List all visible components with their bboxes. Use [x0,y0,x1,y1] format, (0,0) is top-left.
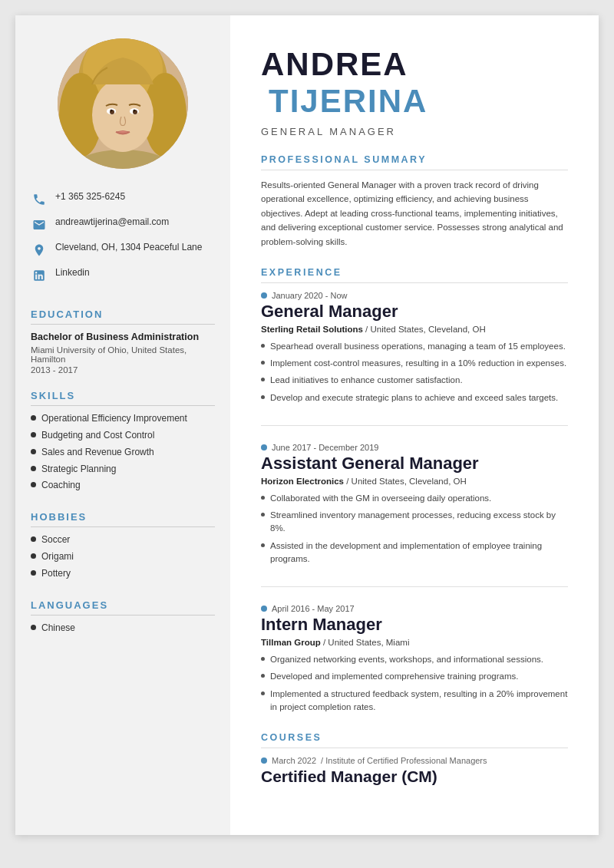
hobby-item: Pottery [31,567,215,580]
hobby-item: Origami [31,550,215,563]
language-item: Chinese [31,622,215,635]
bullet-dot [261,344,265,348]
svg-point-15 [134,110,136,112]
email-icon [31,216,48,233]
bullet-dot [31,625,36,630]
skill-item: Budgeting and Cost Control [31,429,215,442]
skill-item: Strategic Planning [31,463,215,476]
address-contact: Cleveland, OH, 1304 Peaceful Lane [31,241,215,259]
exp-dot [261,606,267,612]
svg-point-14 [111,110,113,112]
hobbies-section: HOBBIES SoccerOrigamiPottery [31,511,215,583]
bullet-dot [31,553,36,559]
course-item: March 2022 / Institute of Certified Prof… [261,756,568,786]
course-title: Certified Manager (CM) [261,767,568,786]
exp-company-line: Horizon Electronics / United States, Cle… [261,477,568,486]
hobbies-title: HOBBIES [31,511,215,527]
phone-icon [31,191,48,208]
exp-role: Assistant General Manager [261,454,568,474]
svg-point-9 [92,78,154,152]
bullet-dot [31,482,36,487]
experience-item: April 2016 - May 2017 Intern Manager Til… [261,604,568,714]
avatar [58,38,188,169]
course-dot [261,757,267,764]
languages-list: Chinese [31,622,215,635]
bullet-dot [31,536,36,542]
exp-dot [261,444,267,451]
bullet-dot [31,415,36,421]
summary-title: PROFESSIONAL SUMMARY [261,154,568,170]
exp-bullets: Spearhead overall business operations, m… [261,340,568,404]
experience-item: June 2017 - December 2019 Assistant Gene… [261,443,568,587]
exp-bullet: Spearhead overall business operations, m… [261,340,568,353]
education-title: EDUCATION [31,309,215,325]
hobbies-list: SoccerOrigamiPottery [31,533,215,579]
education-section: EDUCATION Bachelor of Business Administr… [31,309,215,375]
exp-bullet: Developed and implemented comprehensive … [261,670,568,683]
experience-list: January 2020 - Now General Manager Sterl… [261,291,568,714]
linkedin-icon [31,267,48,284]
linkedin-text: Linkedin [55,266,90,279]
exp-date: April 2016 - May 2017 [261,604,568,613]
exp-bullet: Implement cost-control measures, resulti… [261,357,568,370]
hobby-item: Soccer [31,533,215,546]
courses-list: March 2022 / Institute of Certified Prof… [261,756,568,786]
exp-bullet: Streamlined inventory management process… [261,509,568,536]
languages-title: LANGUAGES [31,599,215,616]
bullet-dot [261,543,265,547]
skills-title: SKILLS [31,390,215,406]
exp-company-line: Tillman Group / United States, Miami [261,638,568,647]
phone-text: +1 365 325-6245 [55,190,125,203]
summary-section: PROFESSIONAL SUMMARY Results-oriented Ge… [261,154,568,249]
exp-company-name: Sterling Retail Solutions [261,325,363,334]
first-name: ANDREA [261,46,408,82]
courses-section: COURSES March 2022 / Institute of Certif… [261,732,568,786]
edu-degree: Bachelor of Business Administration [31,331,215,343]
bullet-dot [261,691,265,695]
exp-company-line: Sterling Retail Solutions / United State… [261,325,568,334]
sidebar: +1 365 325-6245 andreawtijerina@email.co… [15,15,230,835]
bullet-dot [31,449,36,454]
exp-company-name: Horizon Electronics [261,477,344,486]
exp-role: General Manager [261,302,568,322]
last-name: TIJERINA [269,83,427,119]
bullet-dot [31,432,36,437]
experience-item: January 2020 - Now General Manager Sterl… [261,291,568,426]
location-icon [31,242,48,259]
resume-container: +1 365 325-6245 andreawtijerina@email.co… [15,15,599,835]
exp-bullet: Organized networking events, workshops, … [261,653,568,666]
address-text: Cleveland, OH, 1304 Peaceful Lane [55,241,202,254]
exp-bullet: Lead initiatives to enhance customer sat… [261,374,568,387]
bullet-dot [261,513,265,517]
exp-bullet: Collaborated with the GM in overseeing d… [261,492,568,505]
bullet-dot [261,361,265,365]
job-title: GENERAL MANAGER [261,126,568,137]
exp-bullets: Collaborated with the GM in overseeing d… [261,492,568,566]
bullet-dot [261,496,265,500]
languages-section: LANGUAGES Chinese [31,599,215,639]
skills-list: Operational Efficiency ImprovementBudget… [31,412,215,492]
edu-school: Miami University of Ohio, United States,… [31,345,215,364]
exp-bullet: Develop and execute strategic plans to a… [261,391,568,404]
exp-bullets: Organized networking events, workshops, … [261,653,568,714]
exp-dot [261,292,267,299]
bullet-dot [31,570,36,576]
bullet-dot [261,657,265,661]
exp-date: June 2017 - December 2019 [261,443,568,452]
exp-company-name: Tillman Group [261,638,321,647]
edu-years: 2013 - 2017 [31,365,215,375]
course-date: March 2022 / Institute of Certified Prof… [261,756,568,765]
exp-date: January 2020 - Now [261,291,568,300]
bullet-dot [31,466,36,471]
contact-section: +1 365 325-6245 andreawtijerina@email.co… [31,190,215,292]
experience-section: EXPERIENCE January 2020 - Now General Ma… [261,267,568,714]
skill-item: Sales and Revenue Growth [31,446,215,459]
courses-title: COURSES [261,732,568,748]
email-text: andreawtijerina@email.com [55,216,169,229]
linkedin-contact: Linkedin [31,266,215,284]
name-block: ANDREA TIJERINA [261,46,568,120]
summary-text: Results-oriented General Manager with a … [261,178,568,249]
email-contact: andreawtijerina@email.com [31,216,215,233]
experience-title: EXPERIENCE [261,267,568,283]
phone-contact: +1 365 325-6245 [31,190,215,208]
